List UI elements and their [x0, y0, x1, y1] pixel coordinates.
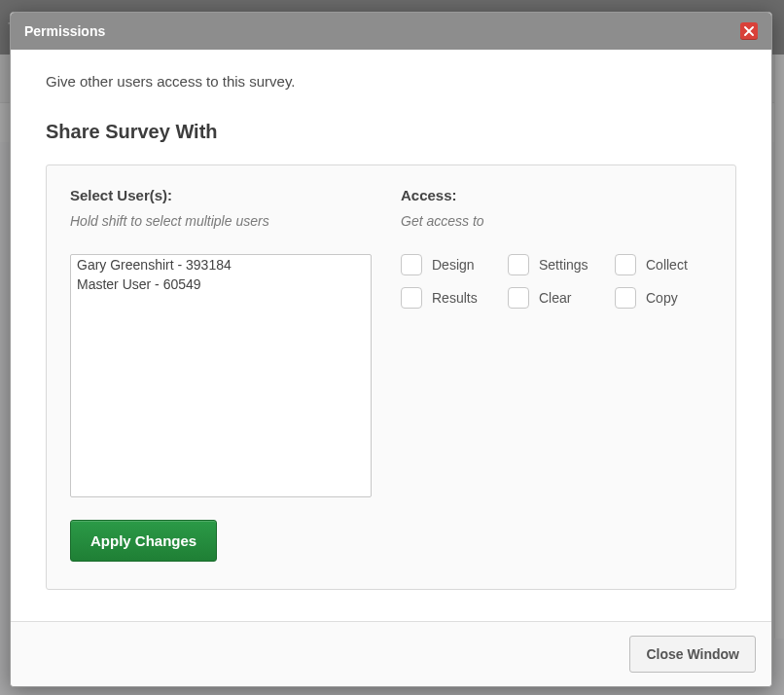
checkbox-label: Results	[432, 290, 478, 306]
checkbox-box	[615, 254, 636, 275]
checkbox-box	[401, 287, 422, 309]
checkbox-label: Design	[432, 257, 475, 273]
panel-columns: Select User(s): Hold shift to select mul…	[70, 187, 712, 498]
access-design-checkbox[interactable]: Design	[401, 254, 498, 275]
checkbox-label: Copy	[646, 290, 678, 306]
close-window-button[interactable]: Close Window	[629, 636, 756, 673]
checkbox-label: Collect	[646, 257, 688, 273]
modal-title: Permissions	[24, 23, 105, 39]
modal-body: Give other users access to this survey. …	[11, 50, 771, 621]
select-users-hint: Hold shift to select multiple users	[70, 213, 372, 229]
user-option[interactable]: Gary Greenshirt - 393184	[71, 255, 371, 274]
access-column: Access: Get access to Design Settings	[401, 187, 712, 498]
checkbox-box	[615, 287, 636, 309]
permissions-modal: Permissions Give other users access to t…	[10, 12, 772, 687]
intro-text: Give other users access to this survey.	[46, 73, 736, 90]
access-hint: Get access to	[401, 213, 712, 229]
select-users-column: Select User(s): Hold shift to select mul…	[70, 187, 372, 498]
access-clear-checkbox[interactable]: Clear	[508, 287, 605, 309]
user-option[interactable]: Master User - 60549	[71, 274, 371, 294]
user-select[interactable]: Gary Greenshirt - 393184 Master User - 6…	[70, 254, 372, 497]
access-grid: Design Settings Collect Results	[401, 254, 712, 309]
checkbox-box	[401, 254, 422, 275]
access-collect-checkbox[interactable]: Collect	[615, 254, 712, 275]
section-title: Share Survey With	[46, 121, 736, 143]
access-label: Access:	[401, 187, 712, 203]
access-settings-checkbox[interactable]: Settings	[508, 254, 605, 275]
access-copy-checkbox[interactable]: Copy	[615, 287, 712, 309]
apply-changes-button[interactable]: Apply Changes	[70, 520, 217, 562]
checkbox-label: Settings	[539, 257, 588, 273]
select-users-label: Select User(s):	[70, 187, 372, 203]
modal-footer: Close Window	[11, 621, 771, 686]
checkbox-label: Clear	[539, 290, 571, 306]
checkbox-box	[508, 287, 529, 309]
share-panel: Select User(s): Hold shift to select mul…	[46, 165, 736, 590]
access-results-checkbox[interactable]: Results	[401, 287, 498, 309]
modal-close-button[interactable]	[740, 22, 758, 40]
close-icon	[744, 26, 754, 36]
checkbox-box	[508, 254, 529, 275]
modal-header: Permissions	[11, 13, 771, 50]
